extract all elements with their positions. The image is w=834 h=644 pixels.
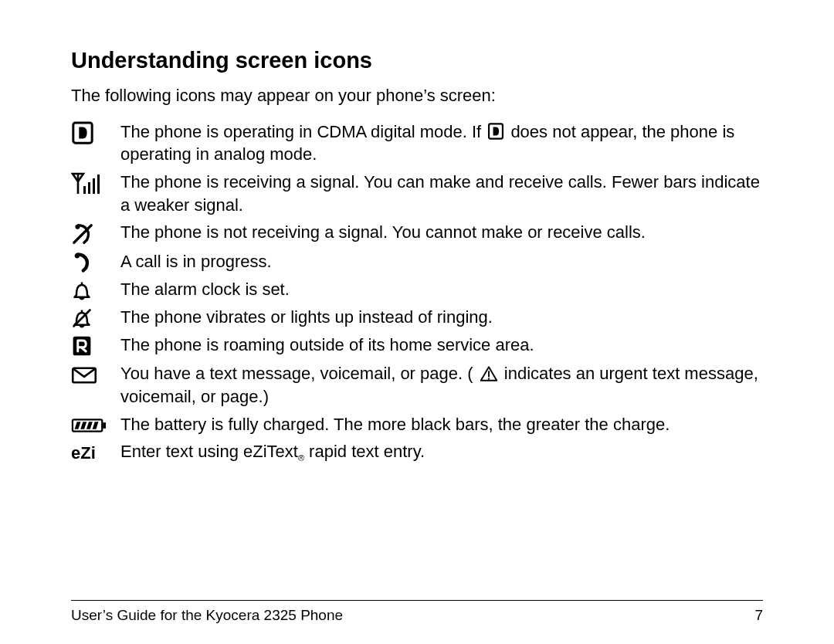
icon-description: The alarm clock is set. (120, 276, 763, 303)
signal-bars-icon (71, 171, 102, 195)
icon-description: The phone is receiving a signal. You can… (120, 168, 763, 219)
section-heading: Understanding screen icons (71, 48, 763, 73)
icon-description: Enter text using eZiText® rapid text ent… (120, 438, 763, 466)
table-row: The phone is operating in CDMA digital m… (71, 118, 763, 168)
table-row: The phone vibrates or lights up instead … (71, 303, 763, 331)
urgent-icon (480, 365, 498, 382)
intro-paragraph: The following icons may appear on your p… (71, 84, 763, 107)
table-row: The phone is not receiving a signal. You… (71, 219, 763, 247)
battery-icon (71, 417, 107, 434)
ezi-icon: eZi (71, 442, 96, 465)
page-number: 7 (754, 607, 763, 624)
page-footer: User’s Guide for the Kyocera 2325 Phone … (71, 600, 763, 624)
table-row: You have a text message, voicemail, or p… (71, 360, 763, 410)
table-row: The phone is roaming outside of its home… (71, 331, 763, 360)
digital-mode-icon (487, 122, 504, 141)
registered-mark: ® (298, 454, 304, 463)
table-row: The battery is fully charged. The more b… (71, 411, 763, 439)
table-row: eZi Enter text using eZiText® rapid text… (71, 438, 763, 466)
table-row: The alarm clock is set. (71, 276, 763, 303)
no-signal-icon (71, 222, 94, 246)
icon-description: The phone is operating in CDMA digital m… (120, 118, 763, 168)
digital-mode-icon (71, 120, 94, 145)
icon-description-table: The phone is operating in CDMA digital m… (71, 118, 763, 467)
icon-description: The phone vibrates or lights up instead … (120, 303, 763, 331)
icon-description: The phone is not receiving a signal. You… (120, 219, 763, 247)
table-row: The phone is receiving a signal. You can… (71, 168, 763, 219)
table-row: A call is in progress. (71, 248, 763, 276)
icon-description: The battery is fully charged. The more b… (120, 411, 763, 439)
call-in-progress-icon (71, 252, 93, 273)
roaming-icon (71, 334, 93, 358)
icon-description: You have a text message, voicemail, or p… (120, 360, 763, 410)
vibrate-icon (71, 307, 93, 329)
icon-description: The phone is roaming outside of its home… (120, 331, 763, 360)
manual-page: Understanding screen icons The following… (0, 0, 834, 644)
footer-rule (71, 600, 763, 601)
icon-description: A call is in progress. (120, 248, 763, 276)
footer-title: User’s Guide for the Kyocera 2325 Phone (71, 607, 343, 624)
message-icon (71, 366, 97, 385)
alarm-icon (71, 280, 93, 301)
